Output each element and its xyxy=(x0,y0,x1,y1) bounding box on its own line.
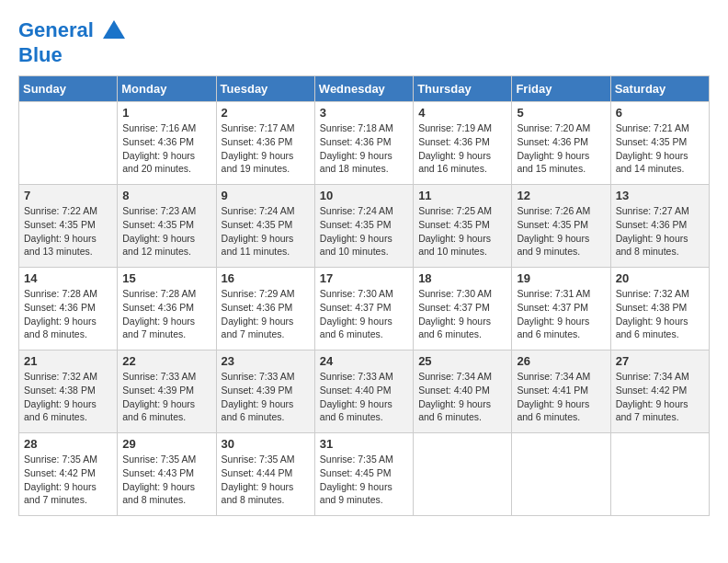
day-cell: 23Sunrise: 7:33 AM Sunset: 4:39 PM Dayli… xyxy=(216,350,314,433)
day-cell: 6Sunrise: 7:21 AM Sunset: 4:35 PM Daylig… xyxy=(610,102,709,185)
col-header-friday: Friday xyxy=(512,76,610,102)
day-info: Sunrise: 7:24 AM Sunset: 4:35 PM Dayligh… xyxy=(320,204,408,259)
day-number: 17 xyxy=(320,271,408,285)
calendar-header: SundayMondayTuesdayWednesdayThursdayFrid… xyxy=(19,76,710,102)
day-number: 12 xyxy=(517,189,605,202)
day-cell: 25Sunrise: 7:34 AM Sunset: 4:40 PM Dayli… xyxy=(414,350,512,433)
day-number: 1 xyxy=(122,106,210,120)
day-cell xyxy=(414,433,512,516)
day-cell xyxy=(19,102,118,185)
day-cell: 8Sunrise: 7:23 AM Sunset: 4:35 PM Daylig… xyxy=(118,185,216,268)
week-row-3: 14Sunrise: 7:28 AM Sunset: 4:36 PM Dayli… xyxy=(19,268,710,350)
day-number: 15 xyxy=(122,271,210,285)
day-number: 9 xyxy=(222,189,310,202)
day-cell: 27Sunrise: 7:34 AM Sunset: 4:42 PM Dayli… xyxy=(610,350,709,433)
svg-marker-0 xyxy=(103,20,125,39)
day-info: Sunrise: 7:33 AM Sunset: 4:40 PM Dayligh… xyxy=(320,370,408,424)
day-info: Sunrise: 7:35 AM Sunset: 4:45 PM Dayligh… xyxy=(320,453,408,507)
day-info: Sunrise: 7:22 AM Sunset: 4:35 PM Dayligh… xyxy=(24,204,112,259)
day-info: Sunrise: 7:28 AM Sunset: 4:36 PM Dayligh… xyxy=(24,287,112,341)
day-info: Sunrise: 7:34 AM Sunset: 4:41 PM Dayligh… xyxy=(517,370,605,424)
page-header: General Blue xyxy=(18,18,710,66)
day-number: 25 xyxy=(418,354,506,368)
week-row-1: 1Sunrise: 7:16 AM Sunset: 4:36 PM Daylig… xyxy=(19,102,710,185)
day-cell xyxy=(512,433,610,516)
col-header-tuesday: Tuesday xyxy=(216,76,314,102)
day-cell: 17Sunrise: 7:30 AM Sunset: 4:37 PM Dayli… xyxy=(314,268,413,350)
day-cell: 7Sunrise: 7:22 AM Sunset: 4:35 PM Daylig… xyxy=(19,185,118,268)
day-number: 6 xyxy=(616,106,704,120)
day-info: Sunrise: 7:29 AM Sunset: 4:36 PM Dayligh… xyxy=(222,287,310,341)
day-info: Sunrise: 7:32 AM Sunset: 4:38 PM Dayligh… xyxy=(24,370,112,424)
day-info: Sunrise: 7:32 AM Sunset: 4:38 PM Dayligh… xyxy=(616,287,704,341)
day-cell: 12Sunrise: 7:26 AM Sunset: 4:35 PM Dayli… xyxy=(512,185,610,268)
logo-text: General Blue xyxy=(18,18,127,66)
day-cell: 4Sunrise: 7:19 AM Sunset: 4:36 PM Daylig… xyxy=(414,102,512,185)
day-number: 10 xyxy=(320,189,408,202)
day-number: 7 xyxy=(24,189,112,202)
day-number: 13 xyxy=(616,189,704,202)
day-info: Sunrise: 7:20 AM Sunset: 4:36 PM Dayligh… xyxy=(517,121,605,176)
day-cell xyxy=(610,433,709,516)
day-cell: 24Sunrise: 7:33 AM Sunset: 4:40 PM Dayli… xyxy=(314,350,413,433)
day-info: Sunrise: 7:35 AM Sunset: 4:42 PM Dayligh… xyxy=(24,453,112,507)
day-cell: 30Sunrise: 7:35 AM Sunset: 4:44 PM Dayli… xyxy=(216,433,314,516)
day-cell: 1Sunrise: 7:16 AM Sunset: 4:36 PM Daylig… xyxy=(118,102,216,185)
day-cell: 2Sunrise: 7:17 AM Sunset: 4:36 PM Daylig… xyxy=(216,102,314,185)
day-number: 14 xyxy=(24,271,112,285)
day-info: Sunrise: 7:19 AM Sunset: 4:36 PM Dayligh… xyxy=(418,121,506,176)
day-info: Sunrise: 7:16 AM Sunset: 4:36 PM Dayligh… xyxy=(122,121,210,176)
day-info: Sunrise: 7:21 AM Sunset: 4:35 PM Dayligh… xyxy=(616,121,704,176)
day-number: 28 xyxy=(24,437,112,451)
day-info: Sunrise: 7:34 AM Sunset: 4:40 PM Dayligh… xyxy=(418,370,506,424)
day-cell: 22Sunrise: 7:33 AM Sunset: 4:39 PM Dayli… xyxy=(118,350,216,433)
day-cell: 5Sunrise: 7:20 AM Sunset: 4:36 PM Daylig… xyxy=(512,102,610,185)
week-row-4: 21Sunrise: 7:32 AM Sunset: 4:38 PM Dayli… xyxy=(19,350,710,433)
day-cell: 31Sunrise: 7:35 AM Sunset: 4:45 PM Dayli… xyxy=(314,433,413,516)
day-cell: 29Sunrise: 7:35 AM Sunset: 4:43 PM Dayli… xyxy=(118,433,216,516)
day-cell: 21Sunrise: 7:32 AM Sunset: 4:38 PM Dayli… xyxy=(19,350,118,433)
col-header-saturday: Saturday xyxy=(610,76,709,102)
day-number: 26 xyxy=(517,354,605,368)
day-info: Sunrise: 7:28 AM Sunset: 4:36 PM Dayligh… xyxy=(122,287,210,341)
week-row-2: 7Sunrise: 7:22 AM Sunset: 4:35 PM Daylig… xyxy=(19,185,710,268)
day-number: 23 xyxy=(222,354,310,368)
day-cell: 13Sunrise: 7:27 AM Sunset: 4:36 PM Dayli… xyxy=(610,185,709,268)
col-header-wednesday: Wednesday xyxy=(314,76,413,102)
col-header-monday: Monday xyxy=(118,76,216,102)
day-cell: 11Sunrise: 7:25 AM Sunset: 4:35 PM Dayli… xyxy=(414,185,512,268)
day-cell: 19Sunrise: 7:31 AM Sunset: 4:37 PM Dayli… xyxy=(512,268,610,350)
day-info: Sunrise: 7:17 AM Sunset: 4:36 PM Dayligh… xyxy=(222,121,310,176)
day-info: Sunrise: 7:23 AM Sunset: 4:35 PM Dayligh… xyxy=(122,204,210,259)
day-number: 8 xyxy=(122,189,210,202)
col-header-thursday: Thursday xyxy=(414,76,512,102)
day-cell: 20Sunrise: 7:32 AM Sunset: 4:38 PM Dayli… xyxy=(610,268,709,350)
day-info: Sunrise: 7:35 AM Sunset: 4:44 PM Dayligh… xyxy=(222,453,310,507)
day-cell: 26Sunrise: 7:34 AM Sunset: 4:41 PM Dayli… xyxy=(512,350,610,433)
day-info: Sunrise: 7:35 AM Sunset: 4:43 PM Dayligh… xyxy=(122,453,210,507)
day-cell: 28Sunrise: 7:35 AM Sunset: 4:42 PM Dayli… xyxy=(19,433,118,516)
day-info: Sunrise: 7:26 AM Sunset: 4:35 PM Dayligh… xyxy=(517,204,605,259)
day-number: 16 xyxy=(222,271,310,285)
day-info: Sunrise: 7:18 AM Sunset: 4:36 PM Dayligh… xyxy=(320,121,408,176)
day-cell: 9Sunrise: 7:24 AM Sunset: 4:35 PM Daylig… xyxy=(216,185,314,268)
day-cell: 10Sunrise: 7:24 AM Sunset: 4:35 PM Dayli… xyxy=(314,185,413,268)
day-number: 24 xyxy=(320,354,408,368)
day-info: Sunrise: 7:33 AM Sunset: 4:39 PM Dayligh… xyxy=(222,370,310,424)
day-info: Sunrise: 7:24 AM Sunset: 4:35 PM Dayligh… xyxy=(222,204,310,259)
calendar-table: SundayMondayTuesdayWednesdayThursdayFrid… xyxy=(18,75,710,516)
day-number: 21 xyxy=(24,354,112,368)
day-number: 22 xyxy=(122,354,210,368)
day-cell: 16Sunrise: 7:29 AM Sunset: 4:36 PM Dayli… xyxy=(216,268,314,350)
day-number: 31 xyxy=(320,437,408,451)
day-number: 30 xyxy=(222,437,310,451)
day-number: 29 xyxy=(122,437,210,451)
week-row-5: 28Sunrise: 7:35 AM Sunset: 4:42 PM Dayli… xyxy=(19,433,710,516)
day-info: Sunrise: 7:30 AM Sunset: 4:37 PM Dayligh… xyxy=(418,287,506,341)
logo: General Blue xyxy=(18,18,127,66)
col-header-sunday: Sunday xyxy=(19,76,118,102)
day-info: Sunrise: 7:27 AM Sunset: 4:36 PM Dayligh… xyxy=(616,204,704,259)
day-number: 18 xyxy=(418,271,506,285)
day-number: 20 xyxy=(616,271,704,285)
day-number: 5 xyxy=(517,106,605,120)
